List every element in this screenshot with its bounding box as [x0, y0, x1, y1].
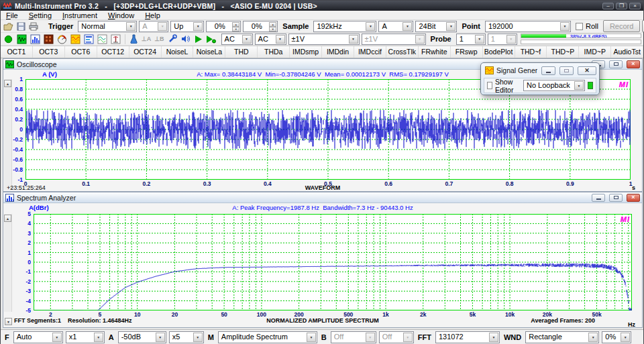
tick-label: -4 [25, 298, 31, 304]
freq-mult-select[interactable]: x1▼ [66, 331, 105, 343]
sample-rate-select[interactable]: 192kHz▼ [313, 21, 376, 32]
tab-audiotst[interactable]: AudioTst [611, 46, 643, 58]
close-icon[interactable]: × [627, 60, 640, 68]
minimize-icon[interactable] [541, 66, 555, 75]
spectrum-x-ticks: 251020501002005001k2k5k10k20k50k [34, 311, 632, 317]
minimize-icon[interactable]: – [602, 3, 614, 9]
b-label: B [320, 333, 328, 341]
a-range-select[interactable]: -50dB▼ [118, 331, 166, 343]
a-label: A [107, 333, 115, 341]
tab-thd~f[interactable]: THD~f [515, 46, 547, 58]
menu-instrument[interactable]: Instrument [57, 11, 103, 20]
spectrum-analyzer-icon[interactable] [30, 34, 41, 44]
oscilloscope-icon[interactable] [16, 34, 28, 44]
restore-icon[interactable] [609, 194, 623, 202]
tick-label: 0 [28, 259, 31, 266]
range-b-select: ±1V▼ [362, 34, 426, 45]
tick-label: 4 [28, 220, 31, 227]
roll-checkbox[interactable]: Roll [573, 22, 601, 30]
save-icon[interactable] [16, 21, 26, 32]
trigger-edge-select[interactable]: Up▼ [170, 21, 204, 32]
spin-up-icon: ▲ [269, 22, 276, 27]
derived-data-icon[interactable] [97, 34, 108, 44]
tab-bodeplot[interactable]: BodePlot [483, 46, 515, 58]
tab-frswp[interactable]: FRswp [451, 46, 483, 58]
run-indicator-icon[interactable] [3, 34, 14, 44]
signal-generator-title-bar[interactable]: Signal Generator-AS... ✕ [481, 63, 599, 76]
maximize-icon[interactable]: ❒ [616, 3, 627, 9]
tab-imddin[interactable]: IMDdin [322, 46, 354, 58]
tab-oct24[interactable]: OCT24 [129, 46, 162, 58]
device-test-plan-icon[interactable] [83, 34, 95, 44]
trigger-delay-spinner[interactable]: 0%▲▼ [243, 21, 278, 32]
bit-depth-select[interactable]: 24Bit▼ [415, 21, 457, 32]
overlap-select[interactable]: 0%▼ [602, 331, 631, 343]
trigger-level-spinner[interactable]: 0%▲▼ [206, 21, 241, 32]
spectrum-analyzer-title-bar[interactable]: Spectrum Analyzer × [3, 192, 642, 203]
tick-label: 5 [28, 211, 31, 217]
fft-size-select[interactable]: 131072▼ [435, 331, 500, 343]
tab-thda[interactable]: THDa [258, 46, 290, 58]
tab-crosstlk[interactable]: CrossTlk [386, 46, 419, 58]
tab-imdccif[interactable]: IMDccif [354, 46, 386, 58]
tick-label: 1 [19, 76, 23, 82]
calibration-flask-icon[interactable] [129, 34, 139, 44]
mdi-area: Oscilloscope × ▲ A (V) A: Max= 0.3844318… [1, 58, 643, 329]
tab-oct12[interactable]: OCT12 [97, 46, 129, 58]
speaker-icon[interactable] [180, 34, 191, 44]
roll-label: Roll [586, 22, 598, 30]
level-bar-b [521, 40, 641, 44]
record-length-select[interactable]: 192000▼ [485, 21, 571, 32]
toolbar-acquisition: Trigger Normal▼ A▼ Up▼ 0%▲▼ 0%▲▼ Sample … [1, 20, 643, 33]
tab-imdsmp[interactable]: IMDsmp [290, 46, 322, 58]
minimize-icon[interactable] [592, 194, 605, 202]
tab-oct3[interactable]: OCT3 [33, 46, 65, 58]
coupling-b-select[interactable]: AC▼ [255, 34, 286, 45]
a-mult-select[interactable]: x5▼ [169, 331, 204, 343]
freq-axis-select[interactable]: Auto▼ [13, 331, 63, 343]
tab-noisela[interactable]: NoiseLa [193, 46, 225, 58]
signal-generator-icon[interactable] [70, 34, 81, 44]
spectrum-analyzer-window-title: Spectrum Analyzer [17, 194, 588, 202]
tick-label: -0.6 [13, 156, 23, 163]
loopback-select[interactable]: No Loopback▼ [523, 80, 585, 91]
trigger-mode-select[interactable]: Normal▼ [78, 21, 137, 32]
play-icon[interactable] [193, 34, 203, 44]
restore-icon[interactable] [609, 60, 623, 68]
tick-label: -2 [25, 278, 31, 285]
open-file-icon[interactable] [3, 21, 14, 32]
close-icon[interactable]: × [627, 194, 640, 202]
print-icon[interactable] [28, 21, 39, 32]
status-bar: F Auto▼ x1▼ A -50dB▼ x5▼ M Amplitude Spe… [1, 329, 643, 344]
play-loop-icon[interactable] [205, 34, 217, 44]
menu-setting[interactable]: Setting [23, 11, 57, 20]
coupling-a-select[interactable]: AC▼ [221, 34, 253, 45]
window-function-select[interactable]: Rectangle▼ [525, 331, 599, 343]
b-range-select: Off▼ [331, 331, 376, 343]
multimeter-icon[interactable] [43, 34, 54, 44]
tab-oct1[interactable]: OCT1 [1, 46, 33, 58]
vibrometer-icon[interactable] [110, 34, 121, 44]
oscilloscope-icon [5, 60, 14, 68]
close-icon[interactable]: × [629, 3, 641, 9]
tab-thd~p[interactable]: THD~P [547, 46, 579, 58]
tab-noisel[interactable]: NoiseL [162, 46, 194, 58]
tab-imd~p[interactable]: IMD~P [579, 46, 611, 58]
gauge-icon[interactable] [56, 34, 68, 44]
close-icon[interactable]: ✕ [578, 66, 596, 75]
show-editor-checkbox[interactable] [487, 82, 492, 89]
probe-a-select[interactable]: 1▼ [456, 34, 486, 45]
chevron-down-icon: ▼ [402, 22, 412, 31]
range-a-select[interactable]: ±1V▼ [288, 34, 360, 45]
restore-icon[interactable] [559, 66, 574, 75]
tab-thd[interactable]: THD [225, 46, 258, 58]
menu-file[interactable]: File [1, 11, 23, 20]
menu-help[interactable]: Help [140, 11, 166, 20]
sample-channel-select[interactable]: A▼ [378, 21, 413, 32]
menu-window[interactable]: Window [103, 11, 140, 20]
mode-select[interactable]: Amplitude Spectrum▼ [218, 331, 317, 343]
tab-oct6[interactable]: OCT6 [65, 46, 97, 58]
tab-frwhite[interactable]: FRwhite [419, 46, 451, 58]
sound-card-tool-icon[interactable] [167, 34, 178, 44]
spectrum-plot[interactable]: MI [34, 214, 632, 310]
